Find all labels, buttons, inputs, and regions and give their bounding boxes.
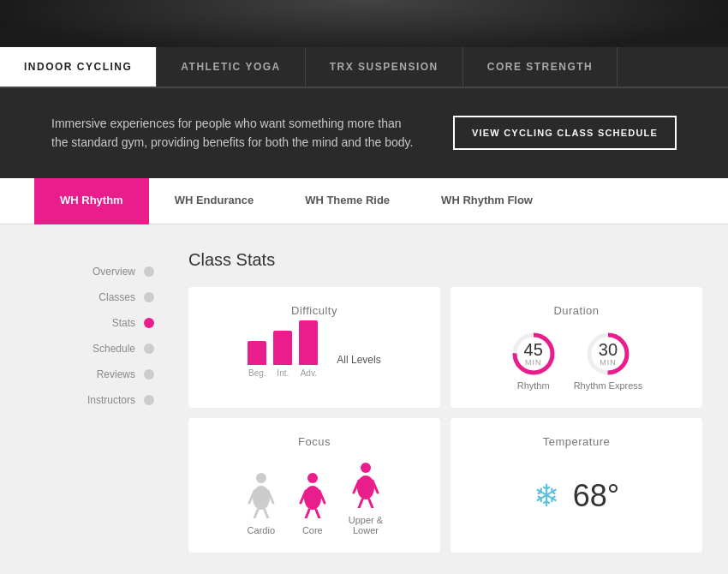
duration-sublabel-rhythm: Rhythm [517, 380, 550, 391]
category-tab-trx-suspension[interactable]: TRX SUSPENSION [306, 47, 463, 87]
sidebar-dot-reviews [144, 369, 154, 380]
duration-item-express: 30 MIN Rhythm Express [574, 331, 643, 391]
sidebar-dot-overview [144, 266, 154, 277]
sidebar-label-classes: Classes [98, 291, 135, 303]
focus-label-core: Core [302, 525, 323, 535]
duration-card: Duration 45 MIN [451, 287, 702, 408]
svg-point-16 [361, 463, 371, 473]
focus-item-cardio: Cardio [246, 472, 277, 535]
core-figure [297, 472, 328, 518]
focus-content: Cardio Core [206, 462, 423, 535]
svg-line-15 [316, 510, 319, 518]
duration-unit-30: MIN [599, 358, 618, 367]
svg-point-17 [357, 475, 374, 499]
focus-label-cardio: Cardio [248, 525, 275, 535]
sidebar-item-instructors[interactable]: Instructors [0, 387, 171, 413]
hero-banner [0, 0, 728, 47]
duration-unit-45: MIN [524, 358, 543, 367]
sidebar-item-schedule[interactable]: Schedule [0, 336, 171, 362]
temperature-value: 68° [573, 478, 619, 514]
sidebar-label-reviews: Reviews [97, 368, 135, 380]
duration-sublabel-express: Rhythm Express [574, 380, 643, 391]
duration-title: Duration [468, 304, 685, 317]
class-tab-wh-rhythm[interactable]: WH Rhythm [34, 178, 149, 224]
svg-line-8 [254, 510, 258, 518]
class-tab-wh-theme-ride[interactable]: WH Theme Ride [279, 178, 415, 224]
bar-group-int: Int. [273, 331, 292, 378]
description-section: Immersive experiences for people who wan… [0, 88, 728, 178]
description-text: Immersive experiences for people who wan… [51, 114, 419, 152]
difficulty-title: Difficulty [206, 304, 423, 317]
bar-adv [299, 320, 318, 365]
svg-line-20 [359, 499, 362, 508]
sidebar-label-schedule: Schedule [92, 343, 135, 355]
focus-label-upper-lower: Upper &Lower [349, 515, 383, 535]
main-content: Overview Classes Stats Schedule Reviews … [0, 224, 728, 574]
difficulty-bars: Beg. Int. Adv. [248, 331, 318, 378]
sidebar-dot-classes [144, 292, 154, 302]
stats-grid: Difficulty Beg. Int. Adv. [188, 287, 702, 553]
sidebar-item-reviews[interactable]: Reviews [0, 362, 171, 387]
bar-group-adv: Adv. [299, 320, 318, 378]
upper-lower-figure [350, 462, 381, 508]
category-tab-indoor-cycling[interactable]: INDOOR CYCLING [0, 47, 157, 87]
svg-line-21 [369, 499, 373, 508]
stats-area: Class Stats Difficulty Beg. Int. [171, 242, 728, 570]
focus-title: Focus [206, 435, 423, 448]
class-tabs: WH Rhythm WH Endurance WH Theme Ride WH … [0, 178, 728, 224]
category-tab-core-strength[interactable]: CORE STRENGTH [463, 47, 618, 87]
sidebar-label-stats: Stats [112, 317, 135, 329]
svg-point-4 [256, 473, 266, 483]
bar-beg [248, 341, 266, 365]
focus-item-core: Core [297, 472, 328, 535]
class-tab-wh-endurance[interactable]: WH Endurance [149, 178, 279, 224]
duration-item-rhythm: 45 MIN Rhythm [510, 331, 557, 391]
difficulty-content: Beg. Int. Adv. All Levels [206, 331, 423, 383]
sidebar-item-overview[interactable]: Overview [0, 259, 171, 284]
bar-label-adv: Adv. [301, 368, 317, 378]
cardio-figure [246, 472, 277, 518]
focus-card: Focus Cardio [188, 418, 440, 553]
duration-number-45: 45 [524, 341, 543, 358]
bar-label-int: Int. [277, 368, 289, 378]
focus-item-upper-lower: Upper &Lower [349, 462, 383, 535]
sidebar-label-instructors: Instructors [87, 394, 135, 406]
sidebar-item-classes[interactable]: Classes [0, 284, 171, 310]
temperature-title: Temperature [468, 435, 685, 448]
difficulty-card: Difficulty Beg. Int. Adv. [188, 287, 440, 408]
sidebar-dot-schedule [144, 344, 154, 354]
all-levels-label: All Levels [337, 354, 380, 366]
snowflake-icon: ❄ [534, 478, 559, 514]
sidebar-dot-instructors [144, 395, 154, 405]
category-nav: INDOOR CYCLING ATHLETIC YOGA TRX SUSPENS… [0, 47, 728, 88]
svg-line-9 [265, 510, 268, 518]
category-tab-athletic-yoga[interactable]: ATHLETIC YOGA [157, 47, 305, 87]
bar-group-beg: Beg. [248, 341, 266, 378]
sidebar-label-overview: Overview [92, 266, 135, 278]
sidebar-item-stats[interactable]: Stats [0, 310, 171, 336]
view-schedule-button[interactable]: VIEW CYCLING CLASS SCHEDULE [453, 116, 677, 150]
svg-point-11 [304, 486, 321, 510]
sidebar-dot-stats [144, 318, 154, 328]
temperature-content: ❄ 68° [468, 462, 685, 530]
bar-label-beg: Beg. [248, 368, 266, 378]
svg-line-14 [306, 510, 309, 518]
svg-point-10 [307, 473, 318, 483]
class-tab-wh-rhythm-flow[interactable]: WH Rhythm Flow [415, 178, 558, 224]
stats-title: Class Stats [188, 250, 702, 270]
temperature-card: Temperature ❄ 68° [451, 418, 702, 553]
svg-point-5 [253, 486, 270, 510]
sidebar: Overview Classes Stats Schedule Reviews … [0, 242, 171, 570]
duration-number-30: 30 [599, 341, 618, 358]
bar-int [273, 331, 292, 365]
duration-content: 45 MIN Rhythm [468, 331, 685, 391]
